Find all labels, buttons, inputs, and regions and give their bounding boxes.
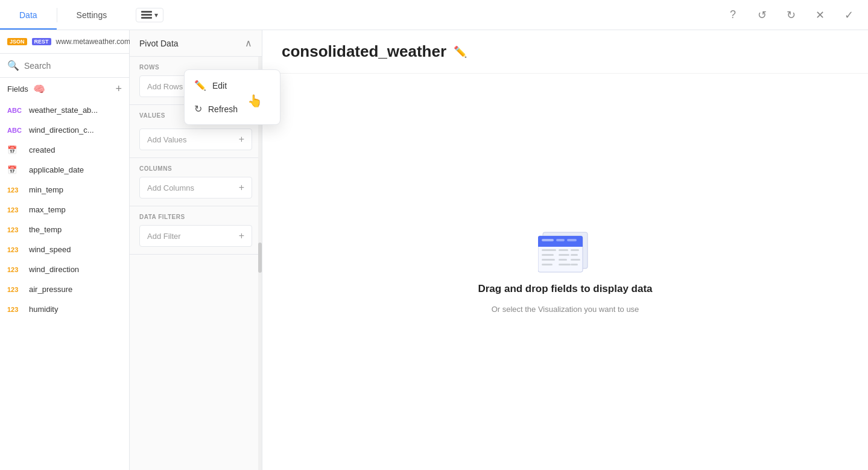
svg-rect-15 [571, 254, 578, 256]
field-type-label: 123 [7, 226, 24, 233]
edit-icon: ✏️ [194, 80, 206, 91]
help-button[interactable]: ? [723, 5, 743, 25]
svg-rect-21 [571, 264, 578, 265]
list-item[interactable]: 123 wind_direction [0, 259, 129, 279]
field-type-label: ABC [7, 127, 24, 134]
chevron-down-icon: ▾ [154, 11, 158, 19]
list-item[interactable]: ABC weather_state_ab... [0, 100, 129, 120]
svg-rect-17 [559, 259, 567, 261]
add-filter-label: Add Filter [147, 232, 181, 241]
field-type-label: 123 [7, 246, 24, 253]
top-bar-actions: ? ↺ ↻ ✕ ✓ [723, 5, 868, 25]
list-item[interactable]: 123 the_temp [0, 220, 129, 240]
field-name: max_temp [29, 205, 66, 214]
svg-rect-9 [567, 239, 577, 241]
field-type-label: 123 [7, 206, 24, 214]
field-name: humidity [29, 305, 58, 314]
source-bar: JSON REST www.metaweather.com ⋮ [0, 30, 129, 54]
columns-label: COLUMNS [139, 165, 252, 172]
add-columns-label: Add Columns [147, 183, 194, 192]
list-item[interactable]: 123 air_pressure [0, 279, 129, 299]
svg-rect-18 [571, 259, 580, 261]
svg-rect-10 [542, 249, 556, 251]
svg-rect-7 [542, 239, 554, 241]
context-menu: ✏️ Edit ↻ Refresh [184, 69, 280, 125]
filters-section: DATA FILTERS Add Filter + [130, 206, 262, 255]
list-item[interactable]: 123 humidity [0, 299, 129, 319]
add-columns-button[interactable]: Add Columns + [139, 177, 252, 198]
field-name: air_pressure [29, 285, 72, 294]
right-panel: consolidated_weather ✏️ [262, 30, 868, 470]
add-field-button[interactable]: + [115, 83, 122, 95]
svg-rect-16 [542, 259, 555, 261]
field-type-label: 123 [7, 286, 24, 293]
left-panel: JSON REST www.metaweather.com ⋮ 🔍 Fields… [0, 30, 130, 470]
rest-badge: REST [32, 38, 51, 45]
edit-title-icon[interactable]: ✏️ [454, 45, 467, 59]
field-name: min_temp [29, 185, 63, 194]
middle-panel-header: Pivot Data ∧ [130, 30, 262, 57]
add-values-label: Add Values [147, 135, 187, 144]
field-type-label: 123 [7, 266, 24, 273]
search-icon: 🔍 [7, 60, 19, 71]
fields-label: Fields [7, 84, 28, 94]
list-item[interactable]: 123 wind_speed [0, 240, 129, 259]
brain-icon: 🧠 [33, 83, 45, 95]
refresh-menu-item[interactable]: ↻ Refresh [185, 97, 280, 121]
field-type-label: 📅 [7, 145, 24, 154]
add-filter-button[interactable]: Add Filter + [139, 225, 252, 247]
svg-rect-1 [141, 14, 152, 16]
search-input[interactable] [24, 61, 122, 71]
field-type-label: 123 [7, 306, 24, 313]
list-item[interactable]: 123 max_temp [0, 200, 129, 220]
add-columns-plus-icon: + [239, 182, 244, 193]
field-name: wind_direction_c... [29, 125, 94, 135]
svg-rect-2 [141, 17, 152, 19]
columns-section: COLUMNS Add Columns + [130, 158, 262, 206]
undo-button[interactable]: ↺ [752, 5, 771, 25]
add-rows-label: Add Rows [147, 82, 183, 91]
empty-state: Drag and drop fields to display data Or … [478, 74, 652, 470]
svg-rect-19 [542, 264, 553, 265]
field-type-label: 123 [7, 186, 24, 194]
svg-rect-20 [559, 264, 571, 265]
list-item[interactable]: ABC wind_direction_c... [0, 120, 129, 140]
svg-rect-8 [556, 239, 565, 241]
add-values-button[interactable]: Add Values + [139, 129, 252, 150]
field-name: the_temp [29, 225, 62, 234]
svg-rect-0 [141, 11, 152, 13]
tab-settings[interactable]: Settings [57, 0, 127, 30]
collapse-button[interactable]: ∧ [245, 37, 252, 49]
dataset-title: consolidated_weather [282, 42, 446, 61]
view-switcher[interactable]: ▾ [136, 8, 163, 22]
refresh-label: Refresh [208, 104, 238, 114]
close-button[interactable]: ✕ [810, 5, 829, 25]
table-view-icon [141, 11, 152, 19]
redo-button[interactable]: ↻ [781, 5, 800, 25]
list-item[interactable]: 📅 applicable_date [0, 160, 129, 180]
values-label: VALUES [139, 112, 165, 119]
field-list: ABC weather_state_ab... ABC wind_directi… [0, 100, 129, 470]
list-item[interactable]: 📅 created [0, 140, 129, 160]
svg-rect-6 [538, 244, 583, 247]
refresh-icon: ↻ [194, 103, 202, 115]
search-bar: 🔍 [0, 54, 129, 78]
filters-label: DATA FILTERS [139, 214, 252, 220]
svg-rect-13 [542, 254, 554, 256]
add-values-plus-icon: + [239, 134, 244, 145]
field-name: applicable_date [29, 165, 84, 174]
pivot-label: Pivot Data [139, 39, 179, 48]
field-type-label: 📅 [7, 165, 24, 174]
field-type-label: ABC [7, 107, 24, 114]
edit-menu-item[interactable]: ✏️ Edit [185, 74, 280, 97]
scrollbar-thumb[interactable] [258, 243, 262, 273]
json-badge: JSON [7, 38, 27, 45]
tab-data[interactable]: Data [0, 0, 57, 30]
edit-label: Edit [212, 81, 227, 91]
empty-state-subtitle: Or select the Visualization you want to … [492, 305, 639, 314]
source-url: www.metaweather.com [56, 37, 130, 46]
add-filter-plus-icon: + [239, 230, 244, 241]
list-item[interactable]: 123 min_temp [0, 180, 129, 200]
right-panel-header: consolidated_weather ✏️ [262, 30, 868, 74]
confirm-button[interactable]: ✓ [839, 5, 858, 25]
